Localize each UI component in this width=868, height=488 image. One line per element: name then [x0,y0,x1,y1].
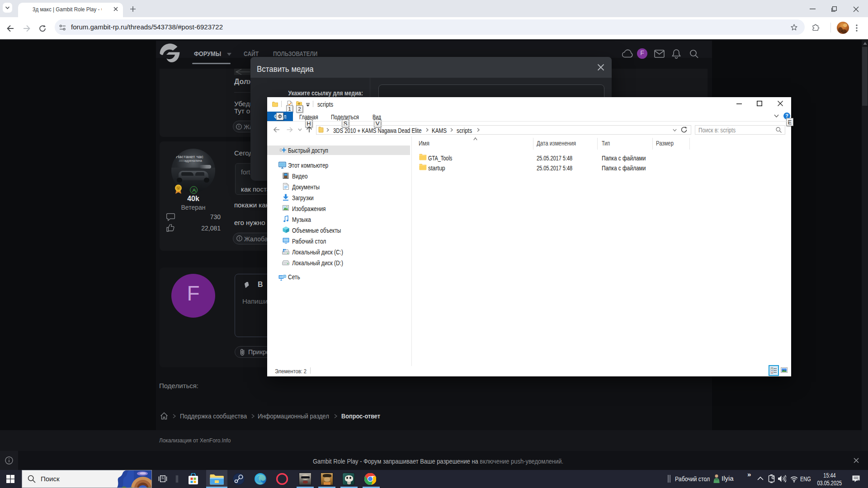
svg-text:V: V [177,186,180,190]
